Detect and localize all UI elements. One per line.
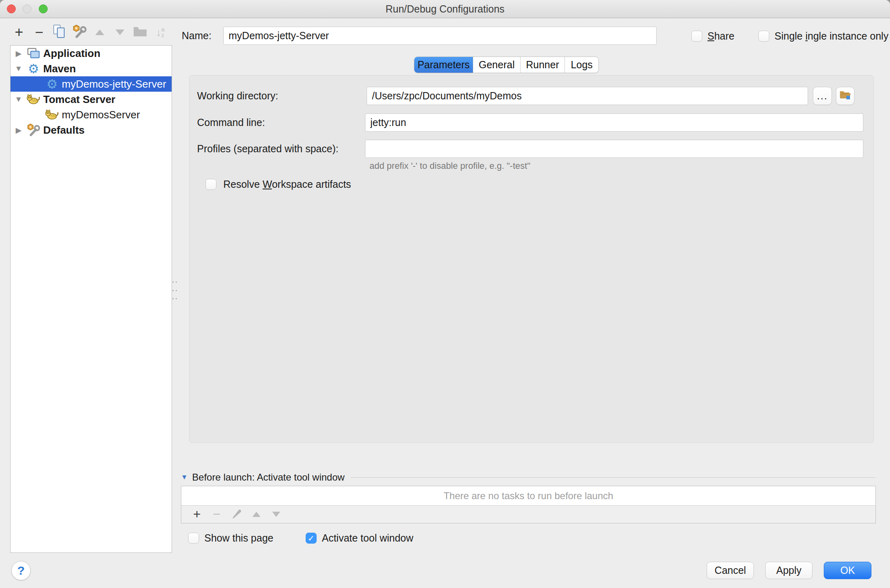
move-down-button [110,23,130,42]
maven-gear-icon: ⚙ [45,78,59,90]
sort-alphabetically-button: ↓ a z [150,23,170,42]
collapse-section-icon[interactable]: ▼ [181,473,188,481]
activate-tool-window-label: Activate tool window [322,532,414,544]
arrow-down-icon [272,512,280,517]
check-icon: ✓ [308,533,315,543]
tree-item-application[interactable]: ▶ Application [10,46,172,61]
arrow-up-icon [95,29,104,35]
ellipsis-icon: ... [817,90,828,102]
share-checkbox-group: Share [691,30,735,42]
section-divider [351,477,875,478]
sort-az-icon: ↓ a z [156,27,164,38]
show-this-page-checkbox-group: Show this page [188,532,273,544]
working-directory-label: Working directory: [197,87,278,105]
browse-ellipsis-button[interactable]: ... [813,87,832,105]
activate-tool-window-checkbox[interactable]: ✓ [306,533,317,544]
configurations-toolbar: + − [9,23,170,42]
help-button[interactable]: ? [11,561,31,580]
add-configuration-button[interactable]: + [9,23,29,42]
minus-icon: − [35,24,43,41]
show-this-page-checkbox[interactable] [188,533,199,544]
tree-item-defaults[interactable]: ▶ Defaults [10,122,172,138]
maven-gear-icon: ⚙ [27,62,40,75]
splitter-handle[interactable] [172,281,177,299]
name-label: Name: [182,27,212,45]
tree-item-label: myDemosServer [62,109,140,121]
working-directory-input[interactable] [367,87,808,105]
move-up-button [90,23,110,42]
share-checkbox[interactable] [691,31,702,42]
pencil-icon [231,508,243,521]
title-bar: Run/Debug Configurations [0,0,890,18]
tree-item-label: myDemos-jetty-Server [62,78,166,90]
minus-icon: − [213,507,220,522]
tab-runner[interactable]: Runner [520,57,565,73]
expand-collapsed-icon[interactable]: ▶ [10,49,27,58]
open-folder-icon [839,89,852,103]
arrow-up-icon [252,512,260,517]
tab-parameters[interactable]: Parameters [414,57,473,73]
plus-icon: + [193,507,201,522]
cancel-button[interactable]: Cancel [707,562,754,579]
tab-bar: Parameters General Runner Logs [414,57,599,73]
window-title: Run/Debug Configurations [0,0,890,18]
profiles-input[interactable] [365,140,863,158]
command-line-label: Command line: [197,113,265,132]
single-instance-label: Single ingle instance only [775,30,888,42]
tab-logs[interactable]: Logs [565,57,598,73]
open-folder-button[interactable] [836,87,854,105]
resolve-workspace-label: Resolve Workspace artifacts [223,178,351,190]
tree-item-label: Defaults [43,124,85,136]
resolve-workspace-checkbox-group: Resolve Workspace artifacts [206,178,351,190]
single-instance-checkbox[interactable] [758,31,769,42]
expand-expanded-icon[interactable]: ▼ [10,95,27,104]
expand-collapsed-icon[interactable]: ▶ [10,126,27,135]
tree-item-label: Maven [43,63,76,75]
move-task-down-button [266,506,286,523]
before-launch-header: ▼ Before launch: Activate tool window [181,471,875,484]
tree-item-label: Tomcat Server [43,93,115,106]
copy-configuration-button[interactable] [49,23,69,42]
wrench-icon [27,124,40,136]
show-this-page-label: Show this page [204,532,273,544]
copy-icon [52,24,66,40]
configurations-tree: ▶ Application ▼ ⚙ Maven ⚙ myDemos-jetty-… [10,45,172,553]
remove-task-button: − [207,506,227,523]
remove-configuration-button[interactable]: − [29,23,49,42]
tab-general[interactable]: General [473,57,520,73]
profiles-label: Profiles (separated with space): [197,140,338,158]
tasks-empty-text: There are no tasks to run before launch [181,486,875,505]
plus-icon: + [15,24,23,41]
tasks-toolbar: + − [181,505,875,523]
create-folder-button [130,23,150,42]
share-label: Share [707,30,735,42]
before-launch-title: Before launch: Activate tool window [192,472,345,483]
command-line-input[interactable] [365,113,863,132]
move-task-up-button [246,506,266,523]
activate-tool-window-checkbox-group: ✓ Activate tool window [306,532,414,544]
run-debug-configurations-dialog: Run/Debug Configurations + − [0,0,890,588]
tree-item-label: Application [43,47,101,60]
folder-icon [133,25,147,39]
edit-defaults-button[interactable] [69,23,90,42]
tree-item-mydemos-jetty-server[interactable]: ⚙ myDemos-jetty-Server [10,76,172,92]
tomcat-icon [27,93,40,106]
ok-button[interactable]: OK [824,562,871,579]
wrench-gear-icon [72,24,87,40]
tree-item-mydemosserver[interactable]: myDemosServer [10,107,172,122]
edit-task-button [227,506,246,523]
profiles-hint: add prefix '-' to disable profile, e.g. … [369,161,530,171]
name-input[interactable] [223,27,657,45]
tree-item-tomcat-server[interactable]: ▼ Tomcat Server [10,92,172,107]
application-icon [27,47,40,60]
apply-button[interactable]: Apply [765,562,812,579]
expand-expanded-icon[interactable]: ▼ [10,64,27,73]
single-instance-checkbox-group: Single ingle instance only [758,30,888,42]
tomcat-icon [45,108,59,121]
arrow-down-icon [115,29,124,35]
add-task-button[interactable]: + [187,506,207,523]
resolve-workspace-checkbox[interactable] [206,179,216,190]
tree-item-maven[interactable]: ▼ ⚙ Maven [10,61,172,76]
before-launch-tasks-box: There are no tasks to run before launch … [181,486,876,523]
